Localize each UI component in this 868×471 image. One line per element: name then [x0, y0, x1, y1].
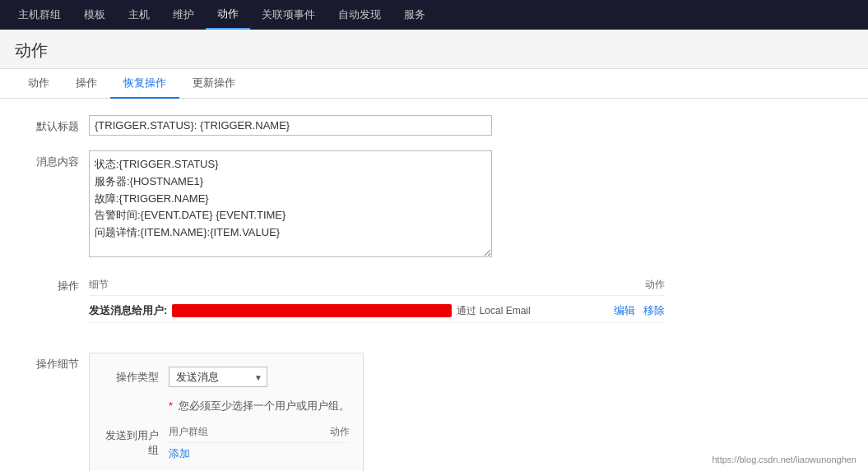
- ops-col-action: 动作: [645, 278, 665, 292]
- ops-row: 发送消息给用户: 通过 Local Email 编辑 移除: [89, 299, 665, 323]
- ops-detail-box: 操作类型 发送消息 ▼ * 您必须至: [89, 353, 364, 471]
- top-nav: 主机群组 模板 主机 维护 动作 关联项事件 自动发现 服务: [0, 0, 868, 30]
- message-content-control: 状态:{TRIGGER.STATUS} 服务器:{HOSTNAME1} 故障:{…: [89, 150, 492, 260]
- ops-row-actions: 编辑 移除: [614, 303, 665, 318]
- ops-col-detail: 细节: [89, 278, 109, 292]
- tab-action[interactable]: 动作: [15, 69, 63, 99]
- required-star: *: [169, 399, 173, 412]
- ops-detail-label: 操作细节: [15, 353, 89, 372]
- default-title-input[interactable]: [89, 115, 492, 136]
- ops-remove-btn[interactable]: 移除: [643, 303, 665, 318]
- send-to-row: 发送到用户组 用户群组 动作 添加: [103, 425, 350, 461]
- message-content-textarea[interactable]: 状态:{TRIGGER.STATUS} 服务器:{HOSTNAME1} 故障:{…: [89, 150, 492, 257]
- ops-row-left: 发送消息给用户: 通过 Local Email: [89, 303, 614, 318]
- user-group-header: 用户群组 动作: [169, 425, 350, 443]
- nav-item-discovery[interactable]: 自动发现: [327, 0, 392, 30]
- operations-row: 操作 细节 动作 发送消息给用户: 通过 Local Email: [15, 275, 853, 338]
- warning-label-spacer: [103, 399, 169, 402]
- watermark: https://blog.csdn.net/liaowunonghen: [708, 453, 860, 466]
- op-type-row: 操作类型 发送消息 ▼: [103, 367, 350, 387]
- user-group-table: 用户群组 动作 添加: [169, 425, 350, 461]
- user-group-body: 添加: [169, 446, 350, 461]
- ops-header: 细节 动作: [89, 275, 665, 296]
- nav-item-template[interactable]: 模板: [72, 0, 117, 30]
- warning-row: * 您必须至少选择一个用户或用户组。: [103, 399, 350, 413]
- page-header: 动作: [0, 30, 868, 69]
- ops-send-prefix: 发送消息给用户:: [89, 303, 167, 318]
- ug-col-action: 动作: [330, 425, 350, 439]
- tabs-bar: 动作 操作 恢复操作 更新操作: [0, 69, 868, 99]
- send-to-label: 发送到用户组: [103, 425, 169, 458]
- page-title: 动作: [15, 39, 853, 62]
- tab-recovery[interactable]: 恢复操作: [110, 69, 179, 99]
- op-type-label: 操作类型: [103, 367, 169, 385]
- operations-wrapper: 细节 动作 发送消息给用户: 通过 Local Email 编辑 移除: [89, 275, 665, 338]
- message-content-label: 消息内容: [15, 150, 89, 169]
- op-type-select-wrapper: 发送消息 ▼: [169, 367, 267, 387]
- ops-section: 细节 动作 发送消息给用户: 通过 Local Email 编辑 移除: [89, 275, 665, 323]
- nav-item-hostgroup[interactable]: 主机群组: [7, 0, 72, 30]
- nav-item-service[interactable]: 服务: [392, 0, 437, 30]
- form-area: 默认标题 消息内容 状态:{TRIGGER.STATUS} 服务器:{HOSTN…: [0, 99, 868, 471]
- ops-edit-btn[interactable]: 编辑: [614, 303, 635, 318]
- ug-col-group: 用户群组: [169, 425, 208, 439]
- ops-via-text: 通过 Local Email: [457, 304, 530, 318]
- tab-update[interactable]: 更新操作: [179, 69, 248, 99]
- message-content-row: 消息内容 状态:{TRIGGER.STATUS} 服务器:{HOSTNAME1}…: [15, 150, 853, 260]
- ops-redacted-users: [172, 304, 452, 317]
- default-title-control: [89, 115, 492, 136]
- op-type-select[interactable]: 发送消息: [169, 367, 267, 387]
- warning-text: 您必须至少选择一个用户或用户组。: [179, 399, 350, 412]
- add-user-group-btn[interactable]: 添加: [169, 447, 190, 459]
- send-to-control: 用户群组 动作 添加: [169, 425, 350, 461]
- operations-label: 操作: [15, 275, 89, 293]
- default-title-label: 默认标题: [15, 115, 89, 134]
- default-title-row: 默认标题: [15, 115, 853, 136]
- warning-control: * 您必须至少选择一个用户或用户组。: [169, 399, 350, 413]
- nav-item-host[interactable]: 主机: [117, 0, 161, 30]
- op-type-control: 发送消息 ▼: [169, 367, 350, 387]
- nav-item-action[interactable]: 动作: [206, 0, 250, 30]
- nav-item-maintenance[interactable]: 维护: [161, 0, 206, 30]
- nav-item-related-events[interactable]: 关联项事件: [250, 0, 327, 30]
- page-wrapper: 动作 动作 操作 恢复操作 更新操作 默认标题 消息内容 状态:{TRIGGER…: [0, 30, 868, 471]
- tab-operation[interactable]: 操作: [63, 69, 110, 99]
